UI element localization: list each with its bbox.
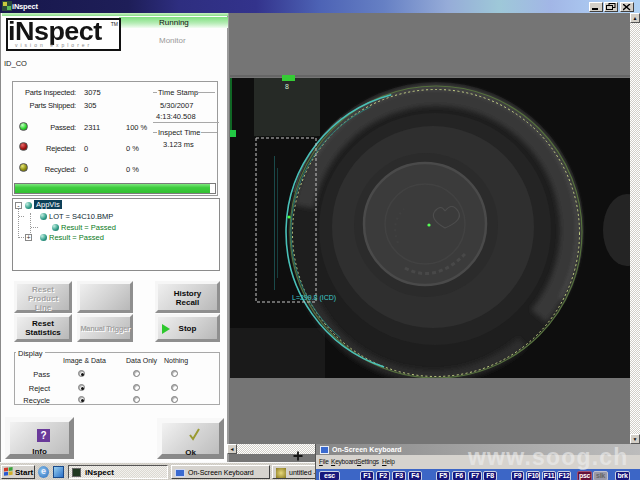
svg-text:L=299.8 (ICD): L=299.8 (ICD) [292, 294, 336, 302]
